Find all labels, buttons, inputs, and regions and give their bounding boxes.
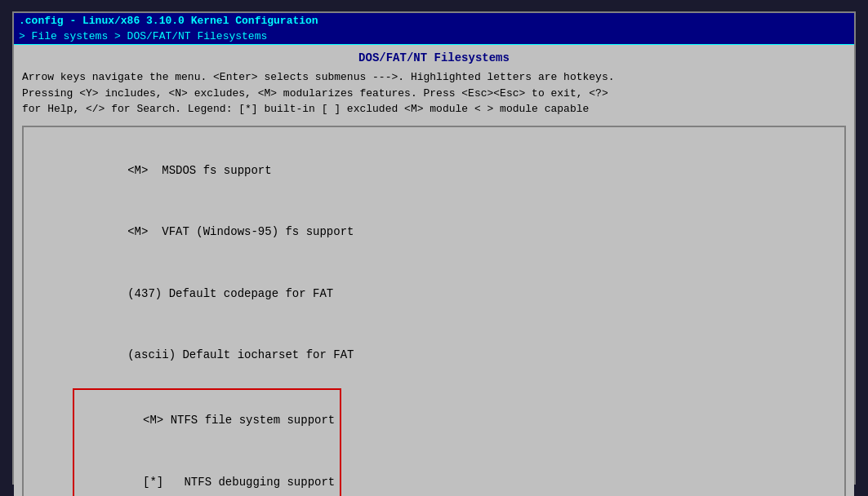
help-line-3: for Help, </> for Search. Legend: [*] bu… (22, 101, 846, 117)
breadcrumb-text: > File systems > DOS/FAT/NT Filesystems (19, 30, 267, 42)
msdos-prefix: <M> (127, 164, 155, 177)
help-text: Arrow keys navigate the menu. <Enter> se… (22, 69, 846, 117)
vfat-prefix: <M> (127, 225, 155, 238)
menu-item-iocharset[interactable]: (ascii) Default iocharset for FAT (73, 325, 844, 387)
menu-item-vfat[interactable]: <M> VFAT (Windows-95) fs support (73, 202, 844, 264)
menu-item-ntfs-debug[interactable]: [*] NTFS debugging support (74, 451, 335, 496)
breadcrumb-bar: > File systems > DOS/FAT/NT Filesystems (14, 29, 854, 45)
menu-item-msdos[interactable]: <M> MSDOS fs support (73, 140, 844, 202)
codepage-prefix: (437) (127, 287, 168, 300)
vfat-label: VFAT (Windows-95) fs support (155, 225, 354, 238)
help-line-2: Pressing <Y> includes, <N> excludes, <M>… (22, 86, 846, 102)
content-area: DOS/FAT/NT Filesystems Arrow keys naviga… (14, 45, 854, 496)
iocharset-prefix: (ascii) (127, 348, 182, 361)
ntfs-fs-prefix: <M> (143, 414, 171, 427)
title-bar: .config - Linux/x86 3.10.0 Kernel Config… (14, 13, 854, 29)
ntfs-group: <M> NTFS file system support [*] NTFS de… (73, 388, 341, 496)
ntfs-fs-label: NTFS file system support (171, 414, 336, 427)
ntfs-debug-label: NTFS debugging support (184, 476, 335, 489)
codepage-label: Default codepage for FAT (169, 287, 334, 300)
menu-item-codepage[interactable]: (437) Default codepage for FAT (73, 264, 844, 326)
help-line-1: Arrow keys navigate the menu. <Enter> se… (22, 69, 846, 86)
section-title: DOS/FAT/NT Filesystems (22, 51, 846, 64)
menu-box: <M> MSDOS fs support <M> VFAT (Windows-9… (22, 126, 846, 497)
title-text: .config - Linux/x86 3.10.0 Kernel Config… (19, 15, 318, 27)
menu-item-ntfs-fs[interactable]: <M> NTFS file system support (74, 390, 335, 452)
terminal-window: .config - Linux/x86 3.10.0 Kernel Config… (12, 11, 856, 485)
iocharset-label: Default iocharset for FAT (182, 348, 354, 361)
msdos-label: MSDOS fs support (155, 164, 272, 177)
ntfs-debug-prefix: [*] (143, 476, 184, 489)
